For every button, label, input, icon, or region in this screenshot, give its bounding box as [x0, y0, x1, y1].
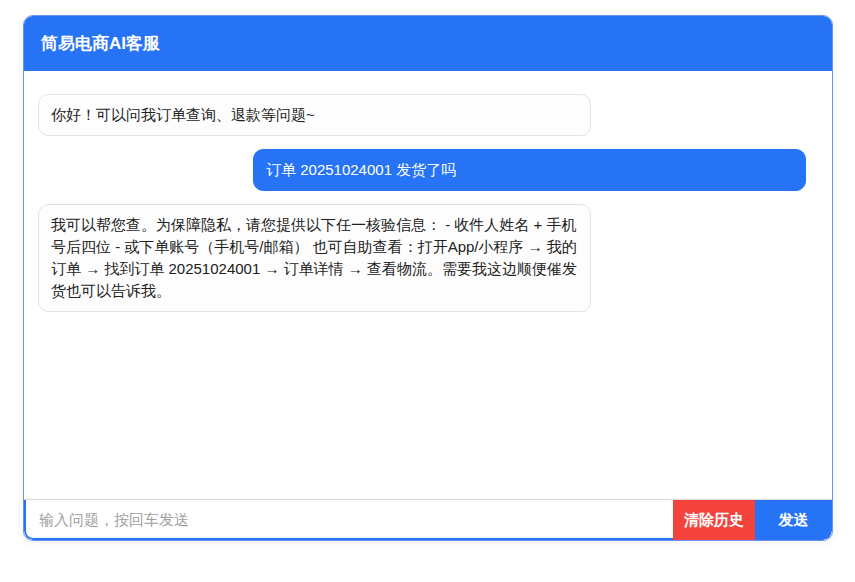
chat-card: 简易电商AI客服 你好！可以问我订单查询、退款等问题~ 订单 202510240… — [23, 15, 833, 541]
chat-message-list[interactable]: 你好！可以问我订单查询、退款等问题~ 订单 20251024001 发货了吗 我… — [24, 71, 832, 499]
bot-message-greeting: 你好！可以问我订单查询、退款等问题~ — [38, 94, 591, 136]
user-message-order-query: 订单 20251024001 发货了吗 — [253, 149, 806, 191]
send-button[interactable]: 发送 — [755, 500, 832, 540]
app-header: 简易电商AI客服 — [24, 16, 832, 71]
composer-bar: 清除历史 发送 — [24, 499, 832, 540]
clear-history-button[interactable]: 清除历史 — [673, 500, 755, 540]
page-title: 简易电商AI客服 — [41, 34, 160, 53]
question-input[interactable] — [24, 500, 673, 540]
bot-message-verification-reply: 我可以帮您查。为保障隐私，请您提供以下任一核验信息： - 收件人姓名 + 手机号… — [38, 204, 591, 312]
